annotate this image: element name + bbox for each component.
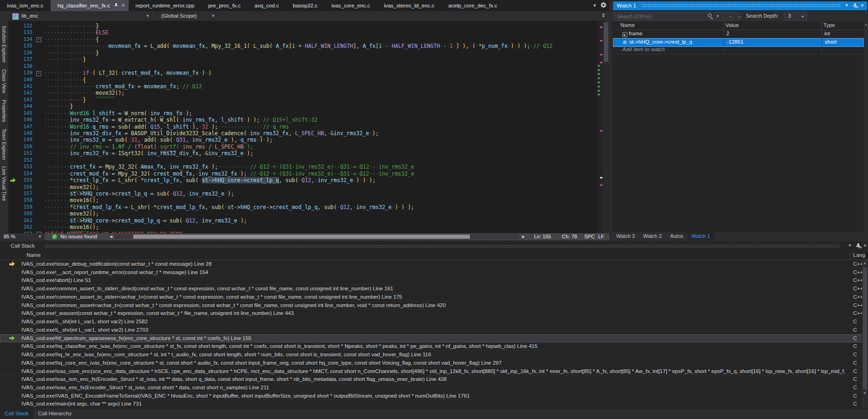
bottom-panel-tab[interactable]: Call Hierarchy <box>33 409 76 419</box>
breadcrumb-scope-dropdown[interactable]: (Global Scope) <box>161 13 197 19</box>
file-tab[interactable]: ivas_stereo_td_enc.c <box>377 0 442 11</box>
file-tab[interactable]: acelp_core_dec_fx.c <box>441 0 504 11</box>
call-stack-row[interactable]: IVAS_cod.exe!main(int argc, char ** argv… <box>0 400 868 408</box>
divider <box>153 12 154 20</box>
add-watch-row[interactable]: Add item to watch <box>613 46 864 54</box>
editor-vertical-scrollbar[interactable] <box>603 21 609 233</box>
call-stack-row[interactable]: IVAS_cod.exe!common_assert<wchar_t>(cons… <box>0 301 868 310</box>
call-stack-row[interactable]: IVAS_cod.exe!L_shl(int L_var1, short var… <box>0 318 868 326</box>
fold-collapse-icon[interactable]: − <box>36 71 41 76</box>
file-tab[interactable]: report_runtime_error.cpp <box>129 0 202 11</box>
search-forward-icon[interactable]: → <box>737 13 742 19</box>
pin-icon[interactable] <box>114 3 118 8</box>
frame-text: IVAS_cod.exe!ivas_core_enc(sce_enc_data_… <box>21 368 846 374</box>
call-stack-row[interactable]: IVAS_cod.exe!common_assert_to_stderr_dir… <box>0 285 868 293</box>
settings-gear-icon[interactable] <box>600 1 607 10</box>
scrollbar-thumb[interactable] <box>604 22 608 62</box>
issues-status-text[interactable]: No issues found <box>60 234 97 239</box>
watch-strip-tab[interactable]: Watch 2 <box>639 232 666 240</box>
call-stack-row[interactable]: IVAS_cod.exe!abort() Line 51C++ <box>0 276 868 285</box>
search-depth-dropdown[interactable]: 3 ▼ <box>784 12 807 20</box>
scrollbar-thumb[interactable] <box>133 235 470 239</box>
name-column-header[interactable]: Name <box>26 252 41 258</box>
tab-overflow-icon[interactable]: ▼ <box>593 3 597 8</box>
frame-text: IVAS_cod.exe!L_shr(int L_var1, short var… <box>21 327 148 333</box>
call-stack-row[interactable]: IVAS_cod.exe!hq_classifier_enc_ivas_fx(e… <box>0 342 868 351</box>
line-ending-indicator: LF <box>598 234 604 239</box>
watch-strip-tab[interactable]: Autos <box>666 232 687 240</box>
call-stack-row[interactable]: IVAS_cod.exe!hq_hr_enc_ivas_fx(enc_core_… <box>0 351 868 359</box>
search-depth-value: 3 <box>788 13 791 19</box>
call-stack-row[interactable]: IVAS_cod.exe!hq_core_enc_ivas_fx(enc_cor… <box>0 359 868 367</box>
side-tool-tab[interactable]: Class View <box>1 69 7 93</box>
call-stack-vertical-scrollbar[interactable]: ▲ ▼ <box>862 260 868 408</box>
watch-column-header[interactable]: Value <box>725 22 739 28</box>
side-tool-tab[interactable]: Solution Explorer <box>1 26 7 63</box>
search-back-icon[interactable]: ← <box>728 13 734 19</box>
scroll-up-icon[interactable]: ▲ <box>863 261 867 265</box>
code-line: 143············} <box>8 97 594 103</box>
watch-column-header[interactable]: Type <box>823 22 835 28</box>
file-tab-label: ivas_ism_enc.c <box>7 3 44 8</box>
file-tab-label: pre_proc_fx.c <box>208 3 241 8</box>
code-line: 132················} <box>8 23 594 29</box>
watch-search-input[interactable] <box>614 12 740 20</box>
watch-strip-tab[interactable]: Watch 3 <box>612 232 639 240</box>
call-stack-row[interactable]: IVAS_cod.exe!issue_debug_notification(co… <box>0 260 868 268</box>
side-tool-tab[interactable]: Live Visual Tree <box>1 166 7 201</box>
column-divider[interactable] <box>850 252 850 260</box>
close-icon[interactable]: × <box>863 242 867 249</box>
split-editor-icon[interactable]: ⇕ <box>601 13 606 19</box>
zoom-level-dropdown[interactable]: 85 % ▼ <box>0 233 45 240</box>
call-stack-row[interactable]: IVAS_cod.exe!IVAS_ENC_EncodeFrameToSeria… <box>0 392 868 400</box>
chevron-down-icon[interactable]: ▼ <box>211 14 215 18</box>
call-stack-row[interactable]: IVAS_cod.exe!ivas_enc_fx(Encoder_Struct … <box>0 384 868 392</box>
fold-collapse-icon[interactable]: − <box>36 37 41 42</box>
side-tool-tab[interactable]: Properties <box>1 100 7 122</box>
watch-row[interactable]: frame2int <box>613 30 864 39</box>
watch-strip-tab[interactable]: Watch 1 <box>687 232 714 240</box>
scroll-down-icon[interactable]: ▼ <box>863 391 867 395</box>
call-stack-row[interactable]: IVAS_cod.exe!L_shr(int L_var1, short var… <box>0 326 868 334</box>
window-position-chevron-icon[interactable]: ▼ <box>848 243 852 248</box>
call-stack-row[interactable]: IVAS_cod.exe!_wassert(const wchar_t * ex… <box>0 309 868 318</box>
watch-panel-title-bar[interactable]: Watch 1 ▼ × <box>613 1 867 10</box>
line-number: 143 <box>8 97 33 104</box>
scroll-up-icon[interactable]: ▲ <box>864 23 868 26</box>
watch-vertical-scrollbar[interactable]: ▲ <box>864 22 868 232</box>
file-tab[interactable]: ivas_core_enc.c <box>325 0 377 11</box>
search-icon[interactable] <box>708 13 713 20</box>
call-stack-row[interactable]: IVAS_cod.exe!hf_spectrum_sparseness_fx(e… <box>0 334 868 343</box>
scroll-left-icon[interactable]: ◀ <box>110 235 112 239</box>
call-stack-row[interactable]: IVAS_cod.exe!ivas_core_enc(sce_enc_data_… <box>0 367 868 376</box>
scrollbar-thumb[interactable] <box>863 268 867 389</box>
scroll-mark <box>600 62 602 63</box>
frame-text: IVAS_cod.exe!hq_core_enc_ivas_fx(enc_cor… <box>21 360 502 366</box>
close-icon[interactable]: × <box>122 3 125 8</box>
call-stack-row[interactable]: IVAS_cod.exe!ivas_ism_enc_fx(Encoder_Str… <box>0 375 868 384</box>
watch-column-header[interactable]: Name <box>620 22 635 28</box>
file-tab[interactable]: basop32.c <box>286 0 324 11</box>
file-tab[interactable]: avq_cod.c <box>248 0 286 11</box>
chevron-down-icon[interactable]: ▼ <box>146 14 150 18</box>
call-stack-row[interactable]: IVAS_cod.exe!__acrt_report_runtime_error… <box>0 268 868 277</box>
close-icon[interactable]: × <box>861 2 864 9</box>
frame-text: IVAS_cod.exe!ivas_ism_enc_fx(Encoder_Str… <box>21 376 447 382</box>
file-tab[interactable]: ivas_ism_enc.c <box>0 0 51 11</box>
chevron-down-icon[interactable]: ▼ <box>716 14 719 18</box>
file-tab[interactable]: pre_proc_fx.c <box>201 0 248 11</box>
call-stack-row[interactable]: IVAS_cod.exe!common_assert_to_stderr<wch… <box>0 293 868 301</box>
lang-column-header[interactable]: Lang <box>853 252 865 258</box>
pin-icon[interactable] <box>856 243 860 249</box>
window-position-chevron-icon[interactable]: ▼ <box>845 3 848 7</box>
call-stack-title-bar[interactable]: Call Stack ▼ × <box>0 241 868 251</box>
pin-icon[interactable] <box>853 3 857 8</box>
code-editor[interactable]: 132················}133················E… <box>8 21 609 233</box>
scroll-right-icon[interactable]: ▶ <box>522 235 525 239</box>
bottom-panel-tab[interactable]: Call Stack <box>0 409 33 419</box>
breadcrumb-project-dropdown[interactable]: lib_enc <box>21 13 38 19</box>
side-tool-tab[interactable]: Team Explorer <box>1 129 7 160</box>
editor-horizontal-scrollbar[interactable] <box>115 234 519 239</box>
file-tab[interactable]: hq_classifier_enc_fx.c× <box>51 0 129 11</box>
frame-language: C <box>853 385 857 390</box>
